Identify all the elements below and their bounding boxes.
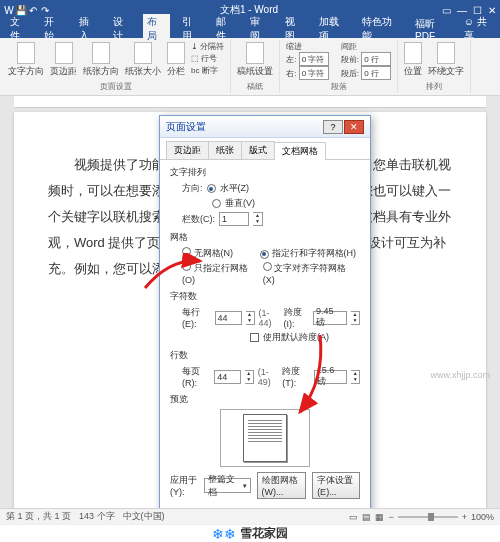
tab-layout[interactable]: 版式 (241, 141, 275, 159)
draw-grid-button[interactable]: 绘图网格(W)... (257, 472, 307, 499)
radio-lines-grid[interactable] (182, 262, 191, 271)
chars-label: 字符数 (170, 290, 360, 303)
text-direction-button[interactable]: 文字方向 (6, 41, 46, 79)
size-button[interactable]: 纸张大小 (123, 41, 163, 79)
share-button[interactable]: ☺ 共享 (464, 15, 494, 43)
text-arrange-label: 文字排列 (170, 166, 360, 179)
tab-foxit[interactable]: 福昕PDF (411, 16, 456, 43)
line-pitch-input[interactable]: 15.6 磅 (314, 370, 347, 384)
zoom-out-icon[interactable]: − (388, 512, 393, 522)
radio-chars-grid[interactable] (260, 250, 269, 259)
spacing-label: 间距 (339, 41, 393, 52)
view-print-icon[interactable]: ▤ (362, 512, 371, 522)
radio-horizontal[interactable] (207, 184, 216, 193)
breaks-button[interactable]: ⤓ 分隔符 (189, 41, 226, 52)
chars-per-line-input[interactable]: 44 (215, 311, 242, 325)
brand-watermark: ❄❄ 雪花家园 (0, 524, 500, 542)
dialog-title: 页面设置 (166, 120, 323, 134)
group-arrange-label: 排列 (402, 81, 466, 92)
maximize-icon[interactable]: ☐ (473, 5, 482, 16)
zoom-value[interactable]: 100% (471, 512, 494, 522)
spacing-after-input[interactable]: 0 行 (361, 66, 391, 80)
indent-right-input[interactable]: 0 字符 (299, 66, 329, 80)
indent-label: 缩进 (284, 41, 330, 52)
apply-to-combo[interactable]: 整篇文档▾ (204, 478, 250, 493)
radio-align-grid[interactable] (263, 262, 272, 271)
tab-document-grid[interactable]: 文档网格 (274, 142, 326, 160)
lines-spinner[interactable]: ▲▼ (245, 370, 254, 384)
hyphenation-button[interactable]: bc 断字 (189, 65, 226, 76)
position-button[interactable]: 位置 (402, 41, 424, 79)
direction-label: 方向: (182, 182, 203, 195)
page-setup-dialog: 页面设置 ? ✕ 页边距 纸张 版式 文档网格 文字排列 方向: 水平(Z) 垂… (159, 115, 371, 537)
lines-per-page-input[interactable]: 44 (214, 370, 241, 384)
char-pitch-input[interactable]: 9.45 磅 (313, 311, 347, 325)
default-pitch-checkbox[interactable] (250, 333, 259, 342)
tab-paper[interactable]: 纸张 (208, 141, 242, 159)
indent-left-input[interactable]: 0 字符 (299, 52, 329, 66)
preview-label: 预览 (170, 393, 360, 406)
ribbon: 文字方向 页边距 纸张方向 纸张大小 分栏 ⤓ 分隔符 ⬚ 行号 bc 断字 页… (0, 38, 500, 96)
char-pitch-spinner[interactable]: ▲▼ (351, 311, 360, 325)
spacing-before-input[interactable]: 0 行 (361, 52, 391, 66)
radio-no-grid[interactable] (182, 247, 191, 256)
columns-input[interactable]: 1 (219, 212, 249, 226)
columns-spinner[interactable]: ▲▼ (253, 212, 263, 226)
status-words[interactable]: 143 个字 (79, 510, 115, 523)
status-page[interactable]: 第 1 页，共 1 页 (6, 510, 71, 523)
columns-label: 栏数(C): (182, 213, 215, 226)
grid-label: 网格 (170, 231, 360, 244)
group-page-setup-label: 页面设置 (6, 81, 226, 92)
line-pitch-spinner[interactable]: ▲▼ (351, 370, 360, 384)
tab-margins[interactable]: 页边距 (166, 141, 209, 159)
zoom-in-icon[interactable]: + (462, 512, 467, 522)
preview-box (220, 409, 310, 467)
columns-button[interactable]: 分栏 (165, 41, 187, 79)
ribbon-opts-icon[interactable]: ▭ (442, 5, 451, 16)
dialog-close-icon[interactable]: ✕ (344, 120, 364, 134)
line-numbers-button[interactable]: ⬚ 行号 (189, 53, 226, 64)
view-web-icon[interactable]: ▦ (375, 512, 384, 522)
dialog-help-icon[interactable]: ? (323, 120, 343, 134)
group-paragraph-label: 段落 (284, 81, 393, 92)
status-language[interactable]: 中文(中国) (123, 510, 165, 523)
radio-vertical[interactable] (212, 199, 221, 208)
close-icon[interactable]: ✕ (488, 5, 496, 16)
view-read-icon[interactable]: ▭ (349, 512, 358, 522)
font-settings-button[interactable]: 字体设置(E)... (312, 472, 360, 499)
lines-label: 行数 (170, 349, 360, 362)
snowflake-icon: ❄❄ (212, 526, 236, 542)
ruler[interactable] (14, 96, 486, 108)
manuscript-button[interactable]: 稿纸设置 (235, 41, 275, 79)
orientation-button[interactable]: 纸张方向 (81, 41, 121, 79)
group-manuscript-label: 稿纸 (235, 81, 275, 92)
minimize-icon[interactable]: — (457, 5, 467, 16)
url-watermark: www.xhjjp.com (430, 370, 490, 380)
zoom-slider[interactable] (398, 516, 458, 518)
wrap-text-button[interactable]: 环绕文字 (426, 41, 466, 79)
margins-button[interactable]: 页边距 (48, 41, 79, 79)
chars-spinner[interactable]: ▲▼ (246, 311, 255, 325)
